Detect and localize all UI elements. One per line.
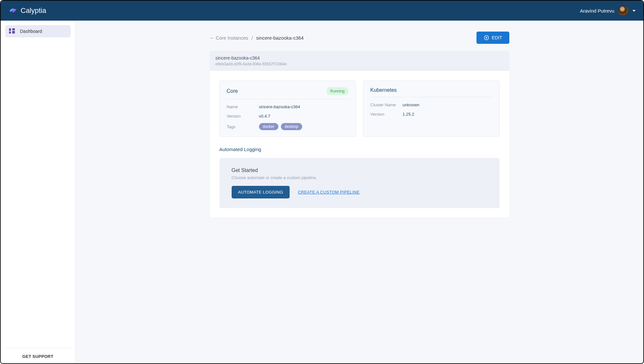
k8s-cluster-val: unknown: [403, 102, 419, 107]
get-started-subtitle: Choose automate or create a custom pipel…: [232, 175, 487, 180]
breadcrumb-current: sincere-bazooka-c364: [256, 35, 304, 41]
get-support-link[interactable]: GET SUPPORT: [5, 354, 71, 359]
get-started-card: Get Started Choose automate or create a …: [219, 158, 500, 208]
logging-section-title: Automated Logging: [219, 147, 500, 152]
edit-button-label: EDIT: [492, 35, 502, 40]
kubernetes-card: Kubernetes Cluster Name unknown Version …: [363, 81, 500, 137]
user-name: Aravind Putrevu: [580, 8, 614, 14]
sidebar-item-label: Dashboard: [20, 29, 42, 34]
breadcrumb-back[interactable]: ← Core Instances: [210, 35, 248, 41]
user-menu[interactable]: Aravind Putrevu: [580, 5, 636, 16]
status-badge: Running: [326, 87, 349, 95]
k8s-card-title: Kubernetes: [370, 87, 492, 97]
breadcrumb-separator: /: [252, 35, 253, 41]
instance-name: sincere-bazooka-c364: [216, 55, 504, 61]
instance-panel: sincere-bazooka-c364 e9eb3add-d2f8-4a3d-…: [210, 51, 509, 218]
core-card-title: Core: [227, 88, 238, 94]
core-name-val: sincere-bazooka-c364: [259, 104, 300, 109]
dashboard-icon: [9, 28, 15, 34]
sidebar: Dashboard GET SUPPORT: [1, 21, 75, 363]
core-tags: docker desktop: [259, 123, 302, 130]
main-content: ← Core Instances / sincere-bazooka-c364 …: [75, 21, 643, 363]
k8s-version-val: 1.25.2: [403, 112, 414, 117]
brand-logo[interactable]: Calyptia: [8, 6, 46, 15]
tag-pill: docker: [259, 123, 278, 130]
chevron-down-icon: [632, 10, 636, 12]
core-name-key: Name: [227, 104, 259, 109]
automate-logging-button[interactable]: AUTOMATE LOGGING: [232, 186, 290, 198]
brand-name: Calyptia: [21, 6, 46, 15]
calyptia-logo-icon: [8, 6, 17, 15]
core-version-key: Version: [227, 114, 259, 119]
get-started-title: Get Started: [232, 168, 487, 173]
core-version-val: v0.4.7: [259, 114, 270, 119]
k8s-cluster-key: Cluster Name: [370, 102, 403, 107]
top-header: Calyptia Aravind Putrevu: [1, 1, 643, 21]
avatar: [618, 5, 629, 16]
panel-header: sincere-bazooka-c364 e9eb3add-d2f8-4a3d-…: [210, 51, 509, 71]
breadcrumb: ← Core Instances / sincere-bazooka-c364: [210, 35, 304, 41]
core-tags-key: Tags: [227, 124, 259, 129]
tag-pill: desktop: [281, 123, 302, 130]
sidebar-item-dashboard[interactable]: Dashboard: [5, 25, 71, 37]
create-custom-pipeline-link[interactable]: CREATE A CUSTOM PIPELINE: [298, 190, 360, 195]
plus-circle-icon: [484, 35, 489, 41]
k8s-version-key: Version: [370, 112, 403, 117]
edit-button[interactable]: EDIT: [476, 32, 509, 44]
instance-id: e9eb3add-d2f8-4a3d-836e-55557f72464c: [216, 62, 504, 66]
core-card: Core Running Name sincere-bazooka-c364 V…: [219, 81, 356, 137]
